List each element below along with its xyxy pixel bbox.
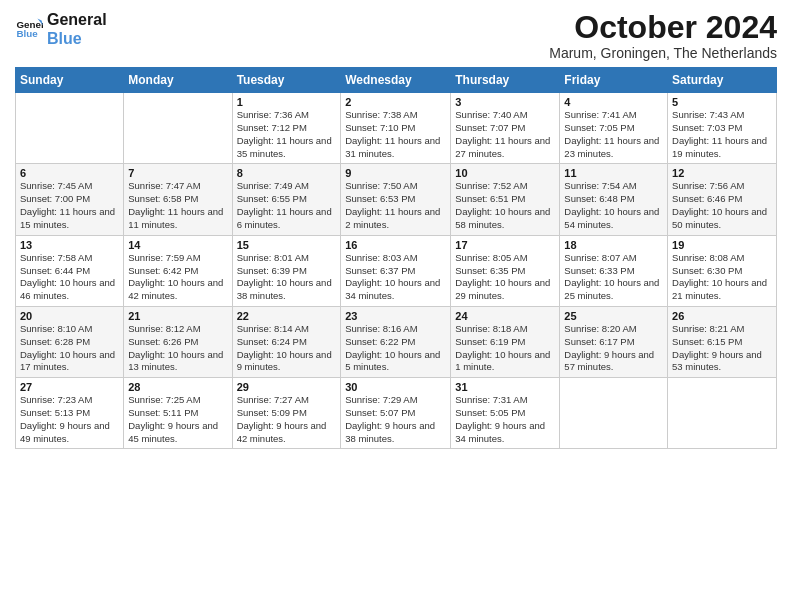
day-number: 28 <box>128 381 227 393</box>
day-info: Sunrise: 8:01 AM Sunset: 6:39 PM Dayligh… <box>237 252 337 303</box>
calendar-week-row: 20Sunrise: 8:10 AM Sunset: 6:28 PM Dayli… <box>16 306 777 377</box>
calendar-day-cell: 22Sunrise: 8:14 AM Sunset: 6:24 PM Dayli… <box>232 306 341 377</box>
day-info: Sunrise: 7:25 AM Sunset: 5:11 PM Dayligh… <box>128 394 227 445</box>
day-info: Sunrise: 8:14 AM Sunset: 6:24 PM Dayligh… <box>237 323 337 374</box>
day-info: Sunrise: 7:38 AM Sunset: 7:10 PM Dayligh… <box>345 109 446 160</box>
calendar-day-cell: 20Sunrise: 8:10 AM Sunset: 6:28 PM Dayli… <box>16 306 124 377</box>
day-number: 7 <box>128 167 227 179</box>
day-info: Sunrise: 8:12 AM Sunset: 6:26 PM Dayligh… <box>128 323 227 374</box>
day-number: 6 <box>20 167 119 179</box>
calendar-week-row: 13Sunrise: 7:58 AM Sunset: 6:44 PM Dayli… <box>16 235 777 306</box>
calendar-day-cell: 11Sunrise: 7:54 AM Sunset: 6:48 PM Dayli… <box>560 164 668 235</box>
calendar-day-cell: 8Sunrise: 7:49 AM Sunset: 6:55 PM Daylig… <box>232 164 341 235</box>
day-info: Sunrise: 8:03 AM Sunset: 6:37 PM Dayligh… <box>345 252 446 303</box>
calendar-day-cell <box>668 378 777 449</box>
day-info: Sunrise: 7:23 AM Sunset: 5:13 PM Dayligh… <box>20 394 119 445</box>
calendar-day-cell: 31Sunrise: 7:31 AM Sunset: 5:05 PM Dayli… <box>451 378 560 449</box>
day-info: Sunrise: 7:36 AM Sunset: 7:12 PM Dayligh… <box>237 109 337 160</box>
day-info: Sunrise: 8:16 AM Sunset: 6:22 PM Dayligh… <box>345 323 446 374</box>
logo-icon: General Blue <box>15 15 43 43</box>
calendar-day-cell: 16Sunrise: 8:03 AM Sunset: 6:37 PM Dayli… <box>341 235 451 306</box>
day-number: 27 <box>20 381 119 393</box>
weekday-header: Sunday <box>16 68 124 93</box>
day-number: 24 <box>455 310 555 322</box>
calendar-day-cell: 3Sunrise: 7:40 AM Sunset: 7:07 PM Daylig… <box>451 93 560 164</box>
day-info: Sunrise: 7:58 AM Sunset: 6:44 PM Dayligh… <box>20 252 119 303</box>
day-number: 13 <box>20 239 119 251</box>
page: General Blue General Blue October 2024 M… <box>0 0 792 459</box>
day-number: 16 <box>345 239 446 251</box>
subtitle: Marum, Groningen, The Netherlands <box>549 45 777 61</box>
calendar-day-cell: 2Sunrise: 7:38 AM Sunset: 7:10 PM Daylig… <box>341 93 451 164</box>
day-info: Sunrise: 8:18 AM Sunset: 6:19 PM Dayligh… <box>455 323 555 374</box>
weekday-header: Thursday <box>451 68 560 93</box>
calendar-day-cell: 4Sunrise: 7:41 AM Sunset: 7:05 PM Daylig… <box>560 93 668 164</box>
calendar-week-row: 27Sunrise: 7:23 AM Sunset: 5:13 PM Dayli… <box>16 378 777 449</box>
calendar-day-cell: 14Sunrise: 7:59 AM Sunset: 6:42 PM Dayli… <box>124 235 232 306</box>
day-info: Sunrise: 7:54 AM Sunset: 6:48 PM Dayligh… <box>564 180 663 231</box>
day-info: Sunrise: 7:50 AM Sunset: 6:53 PM Dayligh… <box>345 180 446 231</box>
day-info: Sunrise: 7:27 AM Sunset: 5:09 PM Dayligh… <box>237 394 337 445</box>
day-info: Sunrise: 8:07 AM Sunset: 6:33 PM Dayligh… <box>564 252 663 303</box>
day-info: Sunrise: 7:29 AM Sunset: 5:07 PM Dayligh… <box>345 394 446 445</box>
day-info: Sunrise: 7:31 AM Sunset: 5:05 PM Dayligh… <box>455 394 555 445</box>
day-info: Sunrise: 7:43 AM Sunset: 7:03 PM Dayligh… <box>672 109 772 160</box>
title-block: October 2024 Marum, Groningen, The Nethe… <box>549 10 777 61</box>
calendar-day-cell: 17Sunrise: 8:05 AM Sunset: 6:35 PM Dayli… <box>451 235 560 306</box>
calendar-day-cell <box>16 93 124 164</box>
main-title: October 2024 <box>549 10 777 45</box>
day-number: 5 <box>672 96 772 108</box>
calendar-day-cell: 19Sunrise: 8:08 AM Sunset: 6:30 PM Dayli… <box>668 235 777 306</box>
day-number: 17 <box>455 239 555 251</box>
calendar-week-row: 6Sunrise: 7:45 AM Sunset: 7:00 PM Daylig… <box>16 164 777 235</box>
day-info: Sunrise: 7:40 AM Sunset: 7:07 PM Dayligh… <box>455 109 555 160</box>
day-number: 8 <box>237 167 337 179</box>
calendar-week-row: 1Sunrise: 7:36 AM Sunset: 7:12 PM Daylig… <box>16 93 777 164</box>
calendar-day-cell: 29Sunrise: 7:27 AM Sunset: 5:09 PM Dayli… <box>232 378 341 449</box>
day-number: 20 <box>20 310 119 322</box>
calendar-day-cell: 27Sunrise: 7:23 AM Sunset: 5:13 PM Dayli… <box>16 378 124 449</box>
day-number: 1 <box>237 96 337 108</box>
weekday-header: Saturday <box>668 68 777 93</box>
day-info: Sunrise: 7:41 AM Sunset: 7:05 PM Dayligh… <box>564 109 663 160</box>
calendar-table: SundayMondayTuesdayWednesdayThursdayFrid… <box>15 67 777 449</box>
calendar-day-cell: 1Sunrise: 7:36 AM Sunset: 7:12 PM Daylig… <box>232 93 341 164</box>
day-info: Sunrise: 7:59 AM Sunset: 6:42 PM Dayligh… <box>128 252 227 303</box>
calendar-day-cell: 25Sunrise: 8:20 AM Sunset: 6:17 PM Dayli… <box>560 306 668 377</box>
day-info: Sunrise: 8:20 AM Sunset: 6:17 PM Dayligh… <box>564 323 663 374</box>
calendar-day-cell: 9Sunrise: 7:50 AM Sunset: 6:53 PM Daylig… <box>341 164 451 235</box>
day-number: 11 <box>564 167 663 179</box>
day-number: 22 <box>237 310 337 322</box>
calendar-day-cell: 7Sunrise: 7:47 AM Sunset: 6:58 PM Daylig… <box>124 164 232 235</box>
calendar-day-cell: 28Sunrise: 7:25 AM Sunset: 5:11 PM Dayli… <box>124 378 232 449</box>
calendar-day-cell: 10Sunrise: 7:52 AM Sunset: 6:51 PM Dayli… <box>451 164 560 235</box>
day-info: Sunrise: 7:47 AM Sunset: 6:58 PM Dayligh… <box>128 180 227 231</box>
day-number: 23 <box>345 310 446 322</box>
day-info: Sunrise: 7:52 AM Sunset: 6:51 PM Dayligh… <box>455 180 555 231</box>
weekday-header: Monday <box>124 68 232 93</box>
calendar-header-row: SundayMondayTuesdayWednesdayThursdayFrid… <box>16 68 777 93</box>
day-info: Sunrise: 8:10 AM Sunset: 6:28 PM Dayligh… <box>20 323 119 374</box>
day-number: 25 <box>564 310 663 322</box>
weekday-header: Wednesday <box>341 68 451 93</box>
day-info: Sunrise: 8:08 AM Sunset: 6:30 PM Dayligh… <box>672 252 772 303</box>
calendar-day-cell: 5Sunrise: 7:43 AM Sunset: 7:03 PM Daylig… <box>668 93 777 164</box>
day-info: Sunrise: 7:45 AM Sunset: 7:00 PM Dayligh… <box>20 180 119 231</box>
day-number: 30 <box>345 381 446 393</box>
day-info: Sunrise: 8:21 AM Sunset: 6:15 PM Dayligh… <box>672 323 772 374</box>
calendar-day-cell <box>124 93 232 164</box>
logo-line1: General <box>47 10 107 29</box>
logo: General Blue General Blue <box>15 10 107 48</box>
calendar-day-cell: 6Sunrise: 7:45 AM Sunset: 7:00 PM Daylig… <box>16 164 124 235</box>
day-number: 31 <box>455 381 555 393</box>
day-info: Sunrise: 7:49 AM Sunset: 6:55 PM Dayligh… <box>237 180 337 231</box>
day-number: 9 <box>345 167 446 179</box>
day-number: 2 <box>345 96 446 108</box>
calendar-day-cell: 24Sunrise: 8:18 AM Sunset: 6:19 PM Dayli… <box>451 306 560 377</box>
day-number: 10 <box>455 167 555 179</box>
calendar-day-cell: 21Sunrise: 8:12 AM Sunset: 6:26 PM Dayli… <box>124 306 232 377</box>
day-info: Sunrise: 8:05 AM Sunset: 6:35 PM Dayligh… <box>455 252 555 303</box>
calendar-day-cell: 18Sunrise: 8:07 AM Sunset: 6:33 PM Dayli… <box>560 235 668 306</box>
day-number: 26 <box>672 310 772 322</box>
calendar-day-cell: 30Sunrise: 7:29 AM Sunset: 5:07 PM Dayli… <box>341 378 451 449</box>
